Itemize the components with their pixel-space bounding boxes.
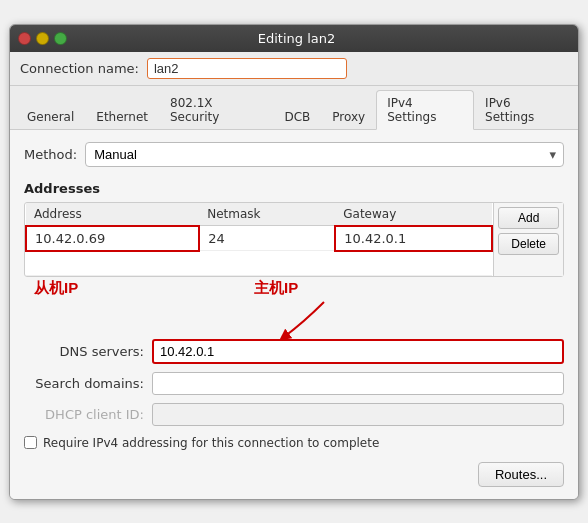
method-row: Method: Manual Automatic (DHCP) Link-Loc…	[24, 142, 564, 167]
master-ip-annotation: 主机IP	[254, 279, 298, 298]
require-ipv4-checkbox[interactable]	[24, 436, 37, 449]
dhcp-client-id-row: DHCP client ID:	[24, 403, 564, 426]
bottom-bar: Routes...	[24, 458, 564, 487]
table-row-empty	[26, 251, 492, 276]
col-header-netmask: Netmask	[199, 203, 335, 226]
cell-netmask[interactable]: 24	[199, 226, 335, 251]
method-label: Method:	[24, 147, 77, 162]
tab-general[interactable]: General	[16, 104, 85, 129]
cell-empty-gateway[interactable]	[335, 251, 492, 276]
tab-ipv6-settings[interactable]: IPv6 Settings	[474, 90, 572, 129]
method-select[interactable]: Manual Automatic (DHCP) Link-Local Only …	[85, 142, 564, 167]
search-domains-row: Search domains:	[24, 372, 564, 395]
dns-servers-input[interactable]	[152, 339, 564, 364]
require-ipv4-label: Require IPv4 addressing for this connect…	[43, 436, 379, 450]
delete-address-button[interactable]: Delete	[498, 233, 559, 255]
slave-ip-annotation: 从机IP	[34, 279, 78, 298]
cell-empty-address[interactable]	[26, 251, 199, 276]
content-area: Method: Manual Automatic (DHCP) Link-Loc…	[10, 130, 578, 499]
cell-empty-netmask[interactable]	[199, 251, 335, 276]
tab-dcb[interactable]: DCB	[273, 104, 321, 129]
close-button[interactable]	[18, 32, 31, 45]
addresses-table: Address Netmask Gateway 10.42.0.69 24 10…	[25, 203, 493, 276]
minimize-button[interactable]	[36, 32, 49, 45]
tab-ipv4-settings[interactable]: IPv4 Settings	[376, 90, 474, 130]
tab-proxy[interactable]: Proxy	[321, 104, 376, 129]
method-select-wrap: Manual Automatic (DHCP) Link-Local Only …	[85, 142, 564, 167]
require-ipv4-row: Require IPv4 addressing for this connect…	[24, 436, 564, 450]
main-window: Editing lan2 Connection name: General Et…	[9, 24, 579, 500]
connection-name-input[interactable]	[147, 58, 347, 79]
tab-8021x-security[interactable]: 802.1X Security	[159, 90, 273, 129]
cell-gateway[interactable]: 10.42.0.1	[335, 226, 492, 251]
addresses-section-title: Addresses	[24, 181, 564, 196]
add-address-button[interactable]: Add	[498, 207, 559, 229]
col-header-address: Address	[26, 203, 199, 226]
titlebar: Editing lan2	[10, 25, 578, 52]
dhcp-client-id-label: DHCP client ID:	[24, 407, 144, 422]
col-header-gateway: Gateway	[335, 203, 492, 226]
window-title: Editing lan2	[73, 31, 520, 46]
addresses-section: Addresses Address Netmask Gateway 10.42.…	[24, 181, 564, 327]
connection-name-label: Connection name:	[20, 61, 139, 76]
dhcp-client-id-input[interactable]	[152, 403, 564, 426]
connection-name-bar: Connection name:	[10, 52, 578, 86]
table-row: 10.42.0.69 24 10.42.0.1	[26, 226, 492, 251]
annotation-area: 从机IP 主机IP	[24, 277, 564, 327]
search-domains-label: Search domains:	[24, 376, 144, 391]
tabs-bar: General Ethernet 802.1X Security DCB Pro…	[10, 86, 578, 130]
dns-servers-row: DNS servers:	[24, 339, 564, 364]
dns-servers-label: DNS servers:	[24, 344, 144, 359]
addresses-table-wrap: Address Netmask Gateway 10.42.0.69 24 10…	[24, 202, 564, 277]
window-controls	[18, 32, 67, 45]
cell-address[interactable]: 10.42.0.69	[26, 226, 199, 251]
maximize-button[interactable]	[54, 32, 67, 45]
address-buttons: Add Delete	[493, 203, 563, 276]
routes-button[interactable]: Routes...	[478, 462, 564, 487]
search-domains-input[interactable]	[152, 372, 564, 395]
tab-ethernet[interactable]: Ethernet	[85, 104, 159, 129]
